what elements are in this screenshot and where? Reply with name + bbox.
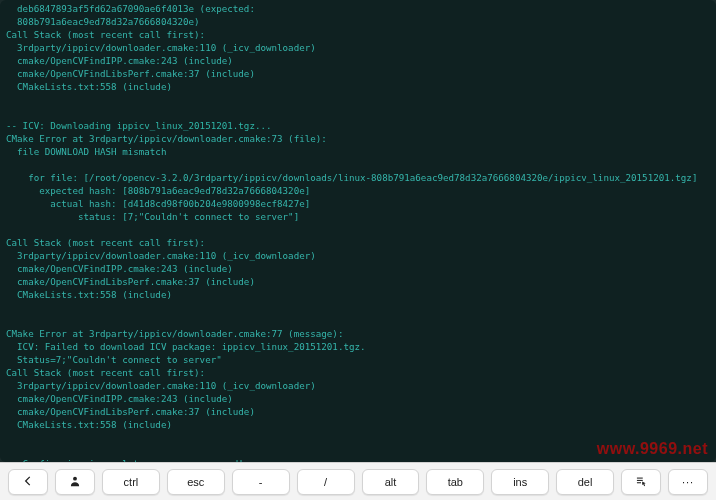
terminal-line: cmake/OpenCVFindLibsPerf.cmake:37 (inclu… xyxy=(6,405,710,418)
terminal-line: for file: [/root/opencv-3.2.0/3rdparty/i… xyxy=(6,171,710,184)
key-label: alt xyxy=(385,476,397,488)
terminal-line: CMakeLists.txt:558 (include) xyxy=(6,80,710,93)
more-button[interactable]: ··· xyxy=(668,469,708,495)
terminal-line: CMake Error at 3rdparty/ippicv/downloade… xyxy=(6,327,710,340)
key-label: - xyxy=(259,476,263,488)
terminal-line: status: [7;"Couldn't connect to server"] xyxy=(6,210,710,223)
ins-key[interactable]: ins xyxy=(491,469,549,495)
menu-cursor-button[interactable] xyxy=(621,469,661,495)
terminal-line: cmake/OpenCVFindLibsPerf.cmake:37 (inclu… xyxy=(6,275,710,288)
esc-key[interactable]: esc xyxy=(167,469,225,495)
terminal-line: CMakeLists.txt:558 (include) xyxy=(6,418,710,431)
terminal-line xyxy=(6,158,710,171)
key-label: ctrl xyxy=(124,476,139,488)
back-button[interactable] xyxy=(8,469,48,495)
terminal-line: cmake/OpenCVFindIPP.cmake:243 (include) xyxy=(6,54,710,67)
terminal-line: CMakeLists.txt:558 (include) xyxy=(6,288,710,301)
key-label: del xyxy=(578,476,593,488)
more-label: ··· xyxy=(682,476,694,488)
terminal-line: expected hash: [808b791a6eac9ed78d32a766… xyxy=(6,184,710,197)
terminal-line: CMake Error at 3rdparty/ippicv/downloade… xyxy=(6,132,710,145)
terminal-line: deb6847893af5fd62a67090ae6f4013e (expect… xyxy=(6,2,710,15)
terminal-line xyxy=(6,301,710,314)
terminal-line: 3rdparty/ippicv/downloader.cmake:110 (_i… xyxy=(6,249,710,262)
keyboard-toolbar: ctrl esc - / alt tab ins del ··· xyxy=(0,462,716,500)
terminal-line: Call Stack (most recent call first): xyxy=(6,28,710,41)
user-button[interactable] xyxy=(55,469,95,495)
key-label: tab xyxy=(448,476,463,488)
key-label: / xyxy=(324,476,327,488)
terminal-line: Status=7;"Couldn't connect to server" xyxy=(6,353,710,366)
svg-point-0 xyxy=(73,476,77,480)
terminal-line xyxy=(6,444,710,457)
terminal-line: actual hash: [d41d8cd98f00b204e9800998ec… xyxy=(6,197,710,210)
ctrl-key[interactable]: ctrl xyxy=(102,469,160,495)
terminal-line: Call Stack (most recent call first): xyxy=(6,366,710,379)
terminal-line: ICV: Failed to download ICV package: ipp… xyxy=(6,340,710,353)
terminal-line: 808b791a6eac9ed78d32a7666804320e) xyxy=(6,15,710,28)
terminal-line: file DOWNLOAD HASH mismatch xyxy=(6,145,710,158)
terminal-output[interactable]: deb6847893af5fd62a67090ae6f4013e (expect… xyxy=(0,0,716,462)
dash-key[interactable]: - xyxy=(232,469,290,495)
terminal-line: -- ICV: Downloading ippicv_linux_2015120… xyxy=(6,119,710,132)
tab-key[interactable]: tab xyxy=(426,469,484,495)
alt-key[interactable]: alt xyxy=(362,469,420,495)
terminal-line: Call Stack (most recent call first): xyxy=(6,236,710,249)
chevron-left-icon xyxy=(21,474,35,490)
terminal-line xyxy=(6,106,710,119)
terminal-line: cmake/OpenCVFindIPP.cmake:243 (include) xyxy=(6,392,710,405)
terminal-line: 3rdparty/ippicv/downloader.cmake:110 (_i… xyxy=(6,41,710,54)
key-label: ins xyxy=(513,476,527,488)
menu-with-cursor-icon xyxy=(634,474,648,490)
terminal-line xyxy=(6,314,710,327)
del-key[interactable]: del xyxy=(556,469,614,495)
terminal-line: 3rdparty/ippicv/downloader.cmake:110 (_i… xyxy=(6,379,710,392)
terminal-line xyxy=(6,431,710,444)
terminal-line xyxy=(6,93,710,106)
terminal-line: cmake/OpenCVFindLibsPerf.cmake:37 (inclu… xyxy=(6,67,710,80)
terminal-line: cmake/OpenCVFindIPP.cmake:243 (include) xyxy=(6,262,710,275)
terminal-line xyxy=(6,223,710,236)
key-label: esc xyxy=(187,476,204,488)
user-icon xyxy=(68,474,82,490)
slash-key[interactable]: / xyxy=(297,469,355,495)
